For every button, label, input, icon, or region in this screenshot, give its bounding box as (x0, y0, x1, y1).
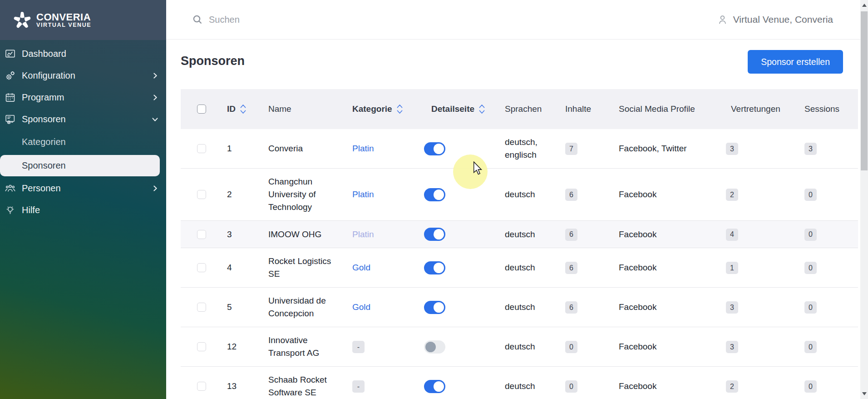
user-menu[interactable]: Virtual Venue, Converia (717, 14, 833, 25)
search-input[interactable] (209, 15, 399, 25)
scroll-up-arrow[interactable] (860, 1, 868, 9)
dashboard-icon (5, 48, 18, 60)
sidebar-item-label: Sponsoren (22, 160, 66, 171)
table-row[interactable]: 3IMOOW OHGPlatindeutsch6Facebook40 (181, 221, 858, 248)
sidebar-subitem-sponsoren[interactable]: Sponsoren (0, 155, 160, 176)
table-row[interactable]: 1ConveriaPlatindeutsch, englisch7Faceboo… (181, 129, 858, 169)
kategorie-link[interactable]: Platin (352, 144, 374, 153)
cell-name: Schaab Rocket Software SE (266, 367, 345, 399)
detailseite-toggle[interactable] (424, 188, 445, 201)
detailseite-toggle[interactable] (424, 261, 445, 274)
cell-social-media: Facebook, Twitter (604, 129, 720, 169)
cell-name: Innovative Transport AG (266, 327, 345, 367)
column-header-label: Inhalte (565, 104, 591, 114)
vertretungen-count-badge: 3 (726, 341, 738, 353)
sidebar: CONVERIA VIRTUAL VENUE DashboardKonfigur… (0, 0, 166, 399)
table-row[interactable]: 4Rocket Logistics SEGolddeutsch6Facebook… (181, 248, 858, 288)
vertretungen-count-badge: 3 (726, 301, 738, 314)
cell-sessions: 0 (792, 288, 858, 327)
sidebar-item-label: Kategorien (22, 137, 66, 147)
sidebar-item-konfiguration[interactable]: Konfiguration (0, 65, 166, 86)
sidebar-subitem-kategorien[interactable]: Kategorien (0, 130, 166, 154)
cell-id: 5 (222, 288, 266, 327)
cell-sessions: 0 (792, 367, 858, 399)
kategorie-empty-badge: - (352, 380, 365, 393)
row-checkbox[interactable] (197, 190, 206, 199)
vertretungen-count-badge: 4 (726, 229, 738, 241)
detailseite-toggle[interactable] (424, 340, 445, 354)
cell-sessions: 0 (792, 221, 858, 248)
user-icon (717, 14, 728, 25)
cell-sprachen: deutsch (497, 221, 561, 248)
table-row[interactable]: 2Changchun University of TechnologyPlati… (181, 169, 858, 221)
column-header-kategorie[interactable]: Kategorie (345, 89, 422, 129)
row-checkbox[interactable] (197, 303, 206, 312)
vertretungen-count-badge: 1 (726, 262, 738, 274)
row-checkbox[interactable] (197, 342, 206, 351)
column-header-detailseite[interactable]: Detailseite (422, 89, 497, 129)
column-header-social: Social Media Profile (604, 89, 720, 129)
kategorie-link[interactable]: Gold (352, 302, 370, 312)
sort-icon[interactable] (396, 104, 403, 115)
column-header-label: Social Media Profile (619, 104, 695, 114)
row-checkbox[interactable] (197, 263, 206, 272)
cell-kategorie: Gold (345, 248, 422, 288)
column-header-label: Detailseite (431, 104, 474, 114)
detailseite-toggle[interactable] (424, 301, 445, 314)
row-checkbox[interactable] (197, 230, 206, 239)
cell-social-media: Facebook (604, 367, 720, 399)
sidebar-item-programm[interactable]: Programm (0, 86, 166, 108)
cell-sessions: 3 (792, 129, 858, 169)
sponsor-table: IDNameKategorieDetailseiteSprachenInhalt… (181, 89, 858, 399)
row-checkbox[interactable] (197, 144, 206, 153)
cell-inhalte: 6 (561, 169, 604, 221)
sidebar-nav: DashboardKonfigurationProgrammSponsorenK… (0, 40, 166, 221)
column-header-label: Name (268, 104, 291, 114)
column-header-id[interactable]: ID (222, 89, 266, 129)
kategorie-link[interactable]: Gold (352, 263, 370, 272)
kategorie-empty-badge: - (352, 341, 365, 353)
sidebar-item-personen[interactable]: Personen (0, 177, 166, 199)
table-row[interactable]: 12Innovative Transport AG-deutsch0Facebo… (181, 327, 858, 367)
create-sponsor-button[interactable]: Sponsor erstellen (748, 50, 843, 74)
sidebar-item-label: Programm (22, 92, 64, 103)
scroll-down-arrow[interactable] (860, 390, 868, 398)
cell-kategorie: Platin (345, 129, 422, 169)
kategorie-link[interactable]: Platin (352, 229, 374, 239)
detailseite-toggle[interactable] (424, 380, 445, 393)
inhalte-count-badge: 6 (565, 229, 577, 241)
cell-inhalte: 6 (561, 288, 604, 327)
cell-sessions: 0 (792, 169, 858, 221)
inhalte-count-badge: 0 (565, 341, 577, 353)
cell-sprachen: deutsch, englisch (497, 129, 561, 169)
table-row[interactable]: 13Schaab Rocket Software SE-deutsch0Face… (181, 367, 858, 399)
detailseite-toggle[interactable] (424, 228, 445, 241)
sessions-count-badge: 0 (804, 301, 817, 314)
kategorie-link[interactable]: Platin (352, 190, 374, 199)
sort-icon[interactable] (478, 104, 485, 115)
sidebar-item-sponsoren[interactable]: Sponsoren (0, 108, 166, 130)
sidebar-item-hilfe[interactable]: Hilfe (0, 199, 166, 221)
cell-kategorie: Platin (345, 221, 422, 248)
cell-inhalte: 6 (561, 248, 604, 288)
row-checkbox[interactable] (197, 382, 206, 391)
cell-sprachen: deutsch (497, 248, 561, 288)
select-all-checkbox[interactable] (197, 105, 206, 114)
scrollbar-thumb[interactable] (861, 11, 868, 170)
cell-vertretungen: 4 (720, 221, 792, 248)
cell-sprachen: deutsch (497, 327, 561, 367)
column-header-select[interactable] (181, 89, 222, 129)
cell-id: 13 (222, 367, 266, 399)
user-name: Virtual Venue, Converia (733, 14, 833, 25)
sidebar-item-label: Konfiguration (22, 70, 75, 81)
column-header-vertretungen: Vertretungen (720, 89, 792, 129)
detailseite-toggle[interactable] (424, 142, 445, 155)
cell-sprachen: deutsch (497, 367, 561, 399)
sort-icon[interactable] (240, 104, 247, 115)
vertretungen-count-badge: 2 (726, 189, 738, 201)
column-header-label: ID (227, 104, 236, 114)
sidebar-item-dashboard[interactable]: Dashboard (0, 43, 166, 65)
sidebar-item-label: Hilfe (22, 205, 40, 215)
cell-detailseite (422, 367, 497, 399)
table-row[interactable]: 5Universidad de ConcepcionGolddeutsch6Fa… (181, 288, 858, 327)
